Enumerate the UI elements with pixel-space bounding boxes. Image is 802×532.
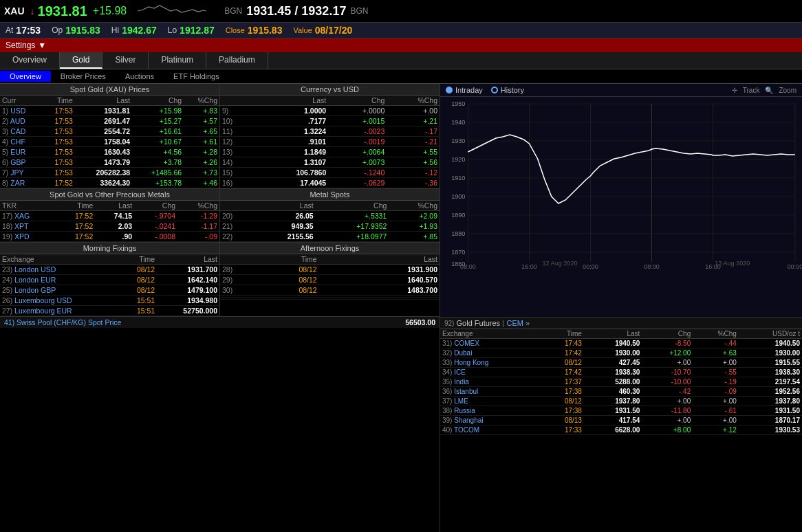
curr-cell[interactable]: 4) CHF: [0, 137, 42, 147]
col-num: [220, 96, 252, 106]
chg-cell: +.00: [642, 397, 693, 406]
last-cell: 417.54: [584, 416, 642, 425]
pchg-cell: +.46: [184, 178, 219, 188]
usd-cell: 1915.55: [739, 358, 802, 368]
time-cell: 17:53: [42, 157, 75, 168]
curr-cell[interactable]: 2) AUD: [0, 116, 42, 126]
exchange-cell[interactable]: 25) London GBP: [0, 285, 121, 296]
last-cell: 1640.570: [319, 275, 440, 285]
intraday-radio-label[interactable]: Intraday: [455, 86, 483, 94]
value-item: Value 08/17/20: [293, 25, 352, 36]
last-cell: 1473.79: [75, 157, 132, 168]
usd-cell: 1930.00: [739, 348, 802, 358]
col-mf-last: Last: [157, 254, 219, 265]
history-radio-group[interactable]: History: [491, 86, 524, 94]
col-usd-hdr: USD/oz t: [739, 329, 802, 339]
exchange-cell: 31) COMEX: [440, 339, 541, 348]
table-row: 37) LME 08/12 1937.80 +.00 +.00 1937.80: [440, 397, 802, 406]
settings-bar[interactable]: Settings ▼: [0, 38, 802, 52]
zoom-label[interactable]: Zoom: [779, 87, 796, 94]
usd-cell: 1940.50: [739, 339, 802, 348]
table-row: 15) 106.7860 -.1240 -.12: [220, 168, 440, 178]
chg-cell: +12.00: [642, 348, 693, 358]
pchg-cell: +.12: [693, 425, 739, 435]
settings-button[interactable]: Settings ▼: [6, 41, 46, 50]
pchg-cell: +.26: [184, 157, 219, 168]
futures-header: 92) Gold Futures | CEM »: [440, 318, 802, 329]
time-cell: 17:53: [42, 126, 75, 137]
table-row: 40) TOCOM 17:33 6628.00 +8.00 +.12 1930.…: [440, 425, 802, 435]
exchange-cell[interactable]: 24) London EUR: [0, 275, 121, 285]
table-row: 20) 26.05 +.5331 +2.09: [220, 211, 440, 221]
table-row: 26) Luxembourg USD 15:51 1934.980: [0, 296, 219, 306]
sub-tab-overview[interactable]: Overview: [0, 71, 51, 82]
pchg-cell: +.57: [184, 116, 219, 126]
time-cell: 08/12: [121, 265, 158, 275]
col-last: Last: [75, 96, 132, 106]
chg-cell: -8.50: [642, 339, 693, 348]
last-cell: 1930.00: [584, 348, 642, 358]
last-cell: 1479.100: [157, 285, 219, 296]
exchange-cell[interactable]: 27) Luxembourg EUR: [0, 306, 121, 316]
tkr-cell[interactable]: 19) XPD: [0, 232, 56, 242]
tkr-cell[interactable]: 17) XAG: [0, 211, 56, 221]
curr-cell[interactable]: 8) ZAR: [0, 178, 42, 188]
curr-cell[interactable]: 3) CAD: [0, 126, 42, 137]
cem-link[interactable]: CEM »: [507, 319, 530, 327]
table-row: [220, 298, 440, 300]
curr-cell[interactable]: 5) EUR: [0, 147, 42, 157]
last-cell: 460.30: [584, 387, 642, 397]
chg-cell: +3.78: [132, 157, 184, 168]
tkr-cell[interactable]: 18) XPT: [0, 221, 56, 232]
tab-silver[interactable]: Silver: [102, 52, 149, 69]
col-af-time: Time: [241, 254, 319, 265]
curr-cell[interactable]: 6) GBP: [0, 157, 42, 168]
time-cell: [241, 298, 319, 300]
exchange-cell: 33) Hong Kong: [440, 358, 541, 368]
tab-gold[interactable]: Gold: [60, 52, 102, 69]
svg-text:1900: 1900: [451, 193, 465, 200]
time-cell: 17:38: [541, 387, 584, 397]
exchange-cell[interactable]: 23) London USD: [0, 265, 121, 275]
history-radio-label[interactable]: History: [501, 86, 524, 94]
tab-platinum[interactable]: Platinum: [149, 52, 206, 69]
currency-usd-table: Last Chg %Chg 9) 1.0000 +.0000 +.00 10) …: [220, 96, 440, 188]
usd-cell: 1931.50: [739, 406, 802, 416]
svg-text:1920: 1920: [451, 156, 465, 163]
col-ms-num: [220, 201, 251, 211]
curr-cell[interactable]: 7) JPY: [0, 168, 42, 178]
swiss-pool-label[interactable]: 41) Swiss Pool (CHF/KG) Spot Price: [4, 318, 405, 326]
chg-cell: -.9704: [134, 211, 177, 221]
tab-palladium[interactable]: Palladium: [206, 52, 268, 69]
last-cell: 1931.900: [319, 265, 440, 275]
last-cell: 2691.47: [75, 116, 132, 126]
morning-fixings-table: Exchange Time Last 23) London USD 08/12 …: [0, 254, 219, 316]
svg-text:08:00: 08:00: [460, 263, 476, 269]
exchange-cell[interactable]: 26) Luxembourg USD: [0, 296, 121, 306]
right-panel: Intraday History ✛ Track 🔍 Zoom: [440, 84, 802, 532]
col-exchange-hdr: Exchange: [440, 329, 541, 339]
tab-overview[interactable]: Overview: [0, 52, 60, 69]
intraday-radio-group[interactable]: Intraday: [446, 86, 483, 94]
sub-tab-auctions[interactable]: Auctions: [116, 71, 164, 82]
sub-tab-etf-holdings[interactable]: ETF Holdings: [164, 71, 229, 82]
table-row: 12) .9101 -.0019 -.21: [220, 137, 440, 147]
col-tkr: TKR: [0, 201, 56, 211]
last-cell: 26.05: [251, 211, 316, 221]
close-label: Close: [226, 26, 245, 34]
swiss-pool-bar: 41) Swiss Pool (CHF/KG) Spot Price 56503…: [0, 316, 440, 328]
sparkline-chart: [138, 1, 206, 21]
curr-cell[interactable]: 1) USD: [0, 106, 42, 116]
pchg-cell: +.56: [387, 157, 440, 168]
track-label[interactable]: Track: [743, 87, 760, 94]
pchg-cell: -.12: [387, 168, 440, 178]
sub-tab-broker-prices[interactable]: Broker Prices: [51, 71, 116, 82]
last-cell: 106.7860: [252, 168, 328, 178]
op-value: 1915.83: [65, 25, 100, 36]
last-cell: 1938.30: [584, 368, 642, 377]
usd-cell: 1930.53: [739, 425, 802, 435]
time-cell: 17:52: [42, 178, 75, 188]
pchg-cell: -.55: [693, 368, 739, 377]
chg-cell: +.0064: [328, 147, 387, 157]
chg-cell: +10.67: [132, 137, 184, 147]
